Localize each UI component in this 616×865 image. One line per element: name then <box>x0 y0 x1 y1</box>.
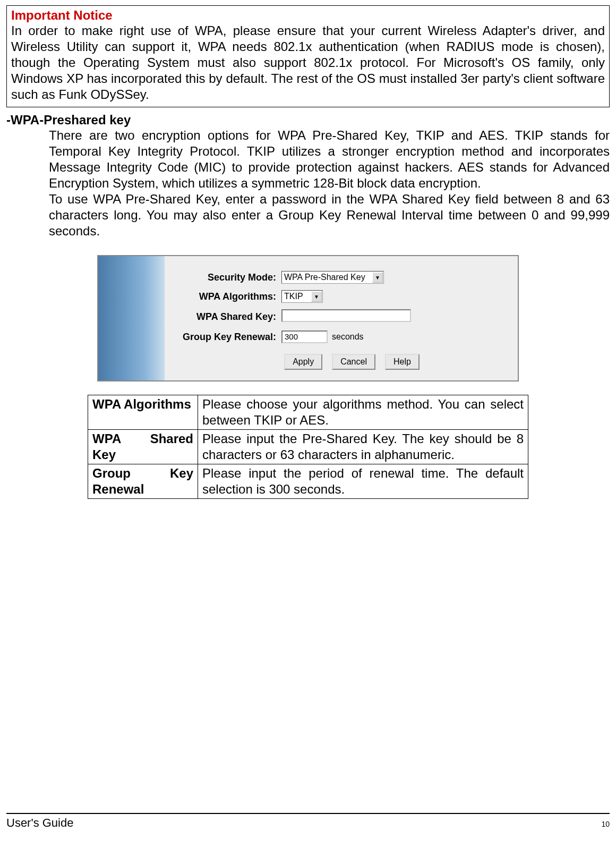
config-screenshot: Security Mode: WPA Pre-Shared Key ▼ WPA … <box>97 255 519 381</box>
table-row: Group Key Renewal Please input the perio… <box>88 464 528 499</box>
group-key-renewal-input[interactable]: 300 <box>281 330 328 343</box>
screenshot-sidebar <box>98 256 165 380</box>
wpa-algorithms-select[interactable]: TKIP ▼ <box>281 290 323 303</box>
important-notice-box: Important Notice In order to make right … <box>6 5 610 107</box>
wpa-algorithms-value: TKIP <box>284 292 303 301</box>
section-body: There are two encryption options for WPA… <box>49 128 610 239</box>
wpa-shared-key-label: WPA Shared Key: <box>175 311 276 323</box>
help-button[interactable]: Help <box>385 354 420 370</box>
security-mode-select[interactable]: WPA Pre-Shared Key ▼ <box>281 271 384 284</box>
term-group: Group <box>92 465 131 481</box>
page-number: 10 <box>601 820 610 828</box>
def-group-key-renewal: Please input the period of renewal time.… <box>198 464 528 499</box>
description-table: WPA Algorithms Please choose your algori… <box>88 395 528 499</box>
group-key-renewal-label: Group Key Renewal: <box>175 332 276 343</box>
term-renewal: Renewal <box>92 481 193 497</box>
table-row: WPA Shared Key Please input the Pre-Shar… <box>88 430 528 464</box>
notice-body: In order to make right use of WPA, pleas… <box>11 23 605 103</box>
notice-title: Important Notice <box>11 8 605 23</box>
def-wpa-algorithms: Please choose your algorithms method. Yo… <box>198 395 528 430</box>
def-wpa-shared-key: Please input the Pre-Shared Key. The key… <box>198 430 528 464</box>
section-p1: There are two encryption options for WPA… <box>49 128 610 190</box>
wpa-shared-key-input[interactable] <box>281 309 411 322</box>
cancel-button[interactable]: Cancel <box>332 354 375 370</box>
page-footer: User's Guide 10 <box>6 813 610 830</box>
term-key: Key <box>170 465 193 481</box>
security-mode-value: WPA Pre-Shared Key <box>284 273 365 282</box>
term-wpa-algorithms: WPA Algorithms <box>88 395 198 430</box>
section-heading: -WPA-Preshared key <box>6 113 610 128</box>
apply-button[interactable]: Apply <box>284 354 322 370</box>
security-mode-label: Security Mode: <box>175 272 276 283</box>
footer-text: User's Guide <box>6 816 73 830</box>
section-p2: To use WPA Pre-Shared Key, enter a passw… <box>49 192 610 238</box>
chevron-down-icon: ▼ <box>311 291 322 302</box>
screenshot-form: Security Mode: WPA Pre-Shared Key ▼ WPA … <box>165 256 518 380</box>
term-group-key-renewal: Group Key Renewal <box>88 464 198 499</box>
table-row: WPA Algorithms Please choose your algori… <box>88 395 528 430</box>
group-key-renewal-suffix: seconds <box>332 332 364 342</box>
chevron-down-icon: ▼ <box>372 272 383 283</box>
wpa-algorithms-label: WPA Algorithms: <box>175 291 276 302</box>
term-wpa-shared-key: WPA Shared Key <box>88 430 198 464</box>
